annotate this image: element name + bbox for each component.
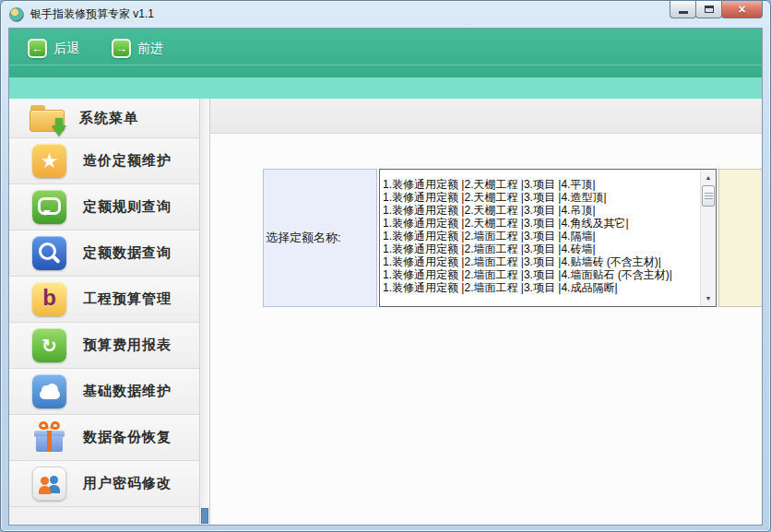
cream-side-panel: [718, 169, 762, 307]
list-item[interactable]: 1.装修通用定额 |2.天棚工程 |3.项目 |4.平顶|: [383, 178, 699, 191]
minimize-icon: [679, 11, 688, 14]
sidebar-item-quota-maintenance[interactable]: ★ 造价定额维护: [9, 138, 199, 184]
forward-arrow-icon: →: [112, 39, 131, 58]
sidebar-item-change-password[interactable]: 用户密码修改: [9, 461, 199, 507]
main-area: 选择定额名称: 1.装修通用定额 |2.天棚工程 |3.项目 |4.平顶| 1.…: [209, 99, 762, 525]
back-button-label: 后退: [53, 41, 79, 57]
star-icon: ★: [32, 144, 66, 178]
sidebar-item-quota-data-query[interactable]: 定额数据查询: [9, 231, 199, 277]
sidebar-item-budget-report[interactable]: ↻ 预算费用报表: [9, 323, 199, 369]
sidebar-item-base-data[interactable]: 基础数据维护: [9, 369, 199, 415]
field-label-cell: 选择定额名称:: [263, 169, 377, 307]
app-window: 银手指装修预算专家 v1.1 × ← 后退 → 前进: [0, 0, 771, 532]
sidebar-scroll-thumb[interactable]: [201, 508, 208, 524]
quota-name-label: 选择定额名称:: [266, 230, 341, 246]
refresh-icon: ↻: [32, 328, 66, 362]
listbox-scrollbar[interactable]: ▲ ▼: [700, 170, 716, 306]
list-item[interactable]: 1.装修通用定额 |2.墙面工程 |3.项目 |4.隔墙|: [383, 230, 699, 242]
sidebar-scrollbar[interactable]: [199, 99, 209, 525]
quota-list: 1.装修通用定额 |2.天棚工程 |3.项目 |4.平顶| 1.装修通用定额 |…: [380, 170, 700, 306]
close-icon: ×: [738, 2, 745, 17]
window-title: 银手指装修预算专家 v1.1: [30, 6, 154, 22]
app-logo-icon: [9, 7, 24, 22]
folder-icon: [30, 103, 66, 134]
sidebar-header-system-menu[interactable]: 系统菜单: [9, 99, 199, 138]
gift-icon: [32, 420, 66, 455]
main-content: 选择定额名称: 1.装修通用定额 |2.天棚工程 |3.项目 |4.平顶| 1.…: [210, 134, 762, 525]
back-button[interactable]: ← 后退: [28, 39, 79, 58]
chat-bubble-icon: [32, 190, 66, 224]
list-item[interactable]: 1.装修通用定额 |2.天棚工程 |3.项目 |4.造型顶|: [383, 191, 699, 204]
list-item[interactable]: 1.装修通用定额 |2.天棚工程 |3.项目 |4.吊顶|: [383, 204, 699, 217]
list-item[interactable]: 1.装修通用定额 |2.天棚工程 |3.项目 |4.角线及其它|: [383, 217, 699, 230]
main-toolbar-strip: [210, 99, 762, 134]
scroll-up-button[interactable]: ▲: [701, 171, 716, 184]
users-icon: [32, 467, 66, 501]
list-item[interactable]: 1.装修通用定额 |2.墙面工程 |3.项目 |4.贴墙砖 (不含主材)|: [383, 255, 699, 268]
list-item[interactable]: 1.装修通用定额 |2.墙面工程 |3.项目 |4.成品隔断|: [383, 281, 699, 294]
teal-accent-bar: [9, 77, 762, 99]
scroll-thumb[interactable]: [702, 185, 715, 207]
cloud-icon: [32, 374, 66, 408]
forward-button-label: 前进: [137, 41, 163, 57]
sidebar-item-project-budget[interactable]: b 工程预算管理: [9, 277, 199, 323]
list-item[interactable]: 1.装修通用定额 |2.墙面工程 |3.项目 |4.砖墙|: [383, 242, 699, 255]
navigation-toolbar: ← 后退 → 前进: [9, 29, 762, 77]
window-controls: ×: [670, 1, 763, 18]
maximize-icon: [705, 6, 714, 13]
sidebar-item-backup-restore[interactable]: 数据备份恢复: [9, 415, 199, 461]
minimize-button[interactable]: [670, 1, 696, 18]
sidebar-menu: 系统菜单 ★ 造价定额维护 定额规则查询 定额数据查询 b 工程预算管理: [9, 99, 199, 525]
back-arrow-icon: ←: [28, 39, 47, 58]
titlebar: 银手指装修预算专家 v1.1 ×: [1, 1, 770, 28]
sidebar-item-quota-rules-query[interactable]: 定额规则查询: [9, 184, 199, 231]
maximize-button[interactable]: [695, 1, 722, 18]
close-button[interactable]: ×: [721, 1, 763, 18]
quota-listbox[interactable]: 1.装修通用定额 |2.天棚工程 |3.项目 |4.平顶| 1.装修通用定额 |…: [379, 169, 717, 307]
sidebar-header-label: 系统菜单: [79, 110, 138, 127]
list-item[interactable]: 1.装修通用定额 |2.墙面工程 |3.项目 |4.墙面贴石 (不含主材)|: [383, 268, 699, 281]
letter-b-icon: b: [32, 282, 66, 316]
forward-button[interactable]: → 前进: [112, 39, 163, 58]
app-body: 系统菜单 ★ 造价定额维护 定额规则查询 定额数据查询 b 工程预算管理: [9, 99, 762, 525]
quota-select-row: 选择定额名称: 1.装修通用定额 |2.天棚工程 |3.项目 |4.平顶| 1.…: [263, 169, 762, 307]
app-client-area: ← 后退 → 前进 系统菜单 ★ 造价定额维护: [8, 28, 763, 526]
search-icon: [32, 236, 66, 270]
scroll-down-button[interactable]: ▼: [701, 291, 716, 305]
